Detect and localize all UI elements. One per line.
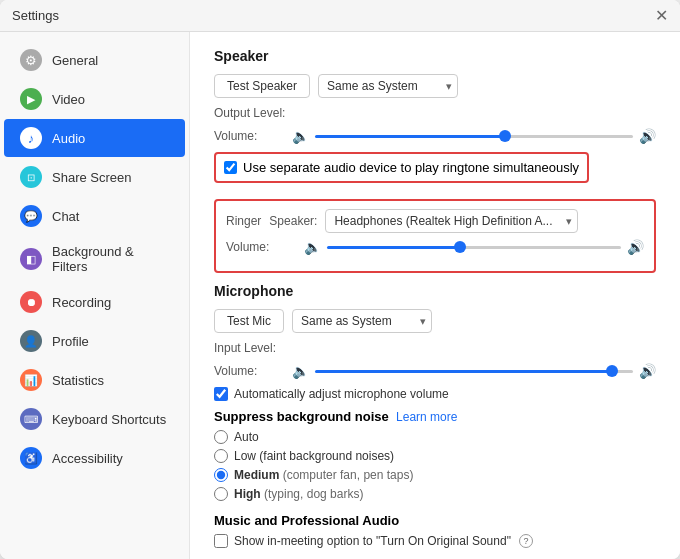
statistics-icon: 📊: [20, 369, 42, 391]
noise-auto-radio[interactable]: [214, 430, 228, 444]
ringer-volume-slider[interactable]: [327, 246, 621, 249]
sidebar-label-share: Share Screen: [52, 170, 132, 185]
speaker-vol-max-icon: 🔊: [639, 128, 656, 144]
separate-audio-container: Use separate audio device to play ringto…: [214, 152, 656, 191]
profile-icon: 👤: [20, 330, 42, 352]
recording-icon: ⏺: [20, 291, 42, 313]
output-level-label: Output Level:: [214, 106, 285, 120]
noise-medium-row: Medium (computer fan, pen taps): [214, 468, 656, 482]
speaker-volume-slider-container: 🔈 🔊: [292, 128, 656, 144]
sidebar-item-background[interactable]: ◧ Background & Filters: [4, 236, 185, 282]
sidebar-item-statistics[interactable]: 📊 Statistics: [4, 361, 185, 399]
ringer-vol-max-icon: 🔊: [627, 239, 644, 255]
speaker-select-wrapper: Same as System: [318, 74, 458, 98]
main-content: Speaker Test Speaker Same as System Outp…: [190, 32, 680, 559]
auto-adjust-label[interactable]: Automatically adjust microphone volume: [234, 387, 449, 401]
mic-volume-slider[interactable]: [315, 370, 633, 373]
output-level-row: Output Level:: [214, 106, 656, 120]
noise-high-label[interactable]: High (typing, dog barks): [234, 487, 363, 501]
ringer-speaker-row: Ringer Speaker: Headphones (Realtek High…: [226, 209, 644, 233]
noise-high-radio[interactable]: [214, 487, 228, 501]
show-option-label[interactable]: Show in-meeting option to "Turn On Origi…: [234, 534, 511, 548]
suppress-title: Suppress background noise Learn more: [214, 409, 656, 424]
sidebar-item-general[interactable]: ⚙ General: [4, 41, 185, 79]
sidebar-item-recording[interactable]: ⏺ Recording: [4, 283, 185, 321]
noise-high-row: High (typing, dog barks): [214, 487, 656, 501]
separate-audio-checkbox[interactable]: [224, 161, 237, 174]
share-screen-icon: ⊡: [20, 166, 42, 188]
microphone-controls-row: Test Mic Same as System: [214, 309, 656, 333]
noise-auto-row: Auto: [214, 430, 656, 444]
mic-select-wrapper: Same as System: [292, 309, 432, 333]
sidebar-label-profile: Profile: [52, 334, 89, 349]
ringer-volume-slider-container: 🔈 🔊: [304, 239, 644, 255]
ringer-volume-label: Volume:: [226, 240, 296, 254]
sidebar-label-chat: Chat: [52, 209, 79, 224]
noise-low-label[interactable]: Low (faint background noises): [234, 449, 394, 463]
video-icon: ▶: [20, 88, 42, 110]
ringer-label: Ringer: [226, 214, 261, 228]
auto-adjust-checkbox[interactable]: [214, 387, 228, 401]
speaker-select[interactable]: Same as System: [318, 74, 458, 98]
sidebar-item-keyboard[interactable]: ⌨ Keyboard Shortcuts: [4, 400, 185, 438]
noise-medium-label[interactable]: Medium (computer fan, pen taps): [234, 468, 413, 482]
noise-low-row: Low (faint background noises): [214, 449, 656, 463]
learn-more-link[interactable]: Learn more: [396, 410, 457, 424]
sidebar-item-audio[interactable]: ♪ Audio: [4, 119, 185, 157]
content-area: ⚙ General ▶ Video ♪ Audio ⊡ Sh: [0, 32, 680, 559]
sidebar-item-accessibility[interactable]: ♿ Accessibility: [4, 439, 185, 477]
show-option-row: Show in-meeting option to "Turn On Origi…: [214, 534, 656, 548]
ringer-volume-row: Volume: 🔈 🔊: [226, 239, 644, 255]
speaker-vol-min-icon: 🔈: [292, 128, 309, 144]
speaker-section-title: Speaker: [214, 48, 656, 64]
mic-volume-row: Volume: 🔈 🔊: [214, 363, 656, 379]
speaker-volume-slider[interactable]: [315, 135, 633, 138]
ringer-speaker-select[interactable]: Headphones (Realtek High Definition A...: [325, 209, 578, 233]
sidebar: ⚙ General ▶ Video ♪ Audio ⊡ Sh: [0, 32, 190, 559]
noise-medium-radio[interactable]: [214, 468, 228, 482]
ringer-vol-min-icon: 🔈: [304, 239, 321, 255]
sidebar-item-chat[interactable]: 💬 Chat: [4, 197, 185, 235]
input-level-label: Input Level:: [214, 341, 284, 355]
speaker-volume-row: Volume: 🔈 🔊: [214, 128, 656, 144]
mic-volume-label: Volume:: [214, 364, 284, 378]
settings-window: Settings ✕ ⚙ General ▶ Video ♪ Au: [0, 0, 680, 559]
sidebar-item-video[interactable]: ▶ Video: [4, 80, 185, 118]
mic-vol-min-icon: 🔈: [292, 363, 309, 379]
show-option-checkbox[interactable]: [214, 534, 228, 548]
noise-low-radio[interactable]: [214, 449, 228, 463]
separate-audio-box: Use separate audio device to play ringto…: [214, 152, 589, 183]
ringer-speaker-label: Speaker:: [269, 214, 317, 228]
window-title: Settings: [12, 8, 59, 23]
sidebar-label-video: Video: [52, 92, 85, 107]
sidebar-item-profile[interactable]: 👤 Profile: [4, 322, 185, 360]
ringer-box: Ringer Speaker: Headphones (Realtek High…: [214, 199, 656, 273]
sidebar-label-accessibility: Accessibility: [52, 451, 123, 466]
auto-adjust-row: Automatically adjust microphone volume: [214, 387, 656, 401]
test-speaker-button[interactable]: Test Speaker: [214, 74, 310, 98]
music-title: Music and Professional Audio: [214, 513, 656, 528]
suppress-noise-section: Suppress background noise Learn more Aut…: [214, 409, 656, 501]
sidebar-label-background: Background & Filters: [52, 244, 169, 274]
speaker-controls-row: Test Speaker Same as System: [214, 74, 656, 98]
microphone-section-title: Microphone: [214, 283, 656, 299]
test-mic-button[interactable]: Test Mic: [214, 309, 284, 333]
sidebar-label-audio: Audio: [52, 131, 85, 146]
audio-icon: ♪: [20, 127, 42, 149]
sidebar-label-recording: Recording: [52, 295, 111, 310]
mic-vol-max-icon: 🔊: [639, 363, 656, 379]
mic-select[interactable]: Same as System: [292, 309, 432, 333]
sidebar-item-share-screen[interactable]: ⊡ Share Screen: [4, 158, 185, 196]
chat-icon: 💬: [20, 205, 42, 227]
mic-volume-slider-container: 🔈 🔊: [292, 363, 656, 379]
noise-auto-label[interactable]: Auto: [234, 430, 259, 444]
sidebar-label-keyboard: Keyboard Shortcuts: [52, 412, 166, 427]
sidebar-label-general: General: [52, 53, 98, 68]
background-icon: ◧: [20, 248, 42, 270]
separate-audio-label[interactable]: Use separate audio device to play ringto…: [243, 160, 579, 175]
info-icon[interactable]: ?: [519, 534, 533, 548]
speaker-volume-label: Volume:: [214, 129, 284, 143]
medium-desc: (computer fan, pen taps): [283, 468, 414, 482]
close-button[interactable]: ✕: [655, 8, 668, 24]
titlebar: Settings ✕: [0, 0, 680, 32]
